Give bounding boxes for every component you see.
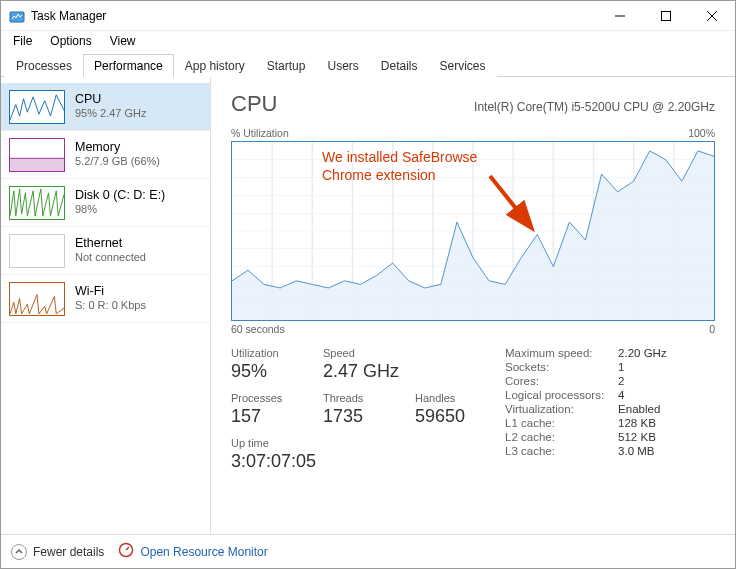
sidebar: CPU 95% 2.47 GHz Memory 5.2/7.9 GB (66%)… [1,77,211,534]
open-resource-monitor-link[interactable]: Open Resource Monitor [118,542,267,561]
stat-right-value: 4 [618,389,667,401]
sidebar-item-name: Memory [75,140,160,156]
tab-details[interactable]: Details [370,54,429,77]
stat-handles: Handles 59650 [415,392,485,427]
sidebar-thumb [9,90,65,124]
sidebar-item-eth[interactable]: Ethernet Not connected [1,227,210,275]
stat-right-value: Enabled [618,403,667,415]
sidebar-text: Disk 0 (C: D: E:) 98% [75,188,165,217]
stat-right-label: Logical processors: [505,389,604,401]
stat-right-value: 128 KB [618,417,667,429]
tab-services[interactable]: Services [429,54,497,77]
sidebar-item-wifi[interactable]: Wi-Fi S: 0 R: 0 Kbps [1,275,210,323]
sidebar-thumb [9,234,65,268]
stats: Utilization 95% Speed 2.47 GHz Processes… [231,347,715,472]
stat-utilization-value: 95% [231,361,301,382]
stat-right-label: Cores: [505,375,604,387]
stat-speed-value: 2.47 GHz [323,361,399,382]
chart-label-60s: 60 seconds [231,323,285,335]
tab-app-history[interactable]: App history [174,54,256,77]
cpu-chart[interactable]: We installed SafeBrowse Chrome extension [231,141,715,321]
stat-right-value: 3.0 MB [618,445,667,457]
sidebar-text: Ethernet Not connected [75,236,146,265]
cpu-model: Intel(R) Core(TM) i5-5200U CPU @ 2.20GHz [474,100,715,114]
stats-left: Utilization 95% Speed 2.47 GHz Processes… [231,347,485,472]
tab-processes[interactable]: Processes [5,54,83,77]
menu-view[interactable]: View [102,32,144,50]
chart-plot [232,142,714,320]
maximize-button[interactable] [643,1,689,31]
sidebar-item-cpu[interactable]: CPU 95% 2.47 GHz [1,83,210,131]
stat-threads-value: 1735 [323,406,393,427]
sidebar-item-name: Disk 0 (C: D: E:) [75,188,165,204]
sidebar-text: Wi-Fi S: 0 R: 0 Kbps [75,284,146,313]
stat-threads: Threads 1735 [323,392,393,427]
stat-uptime-label: Up time [231,437,351,449]
fewer-details-label: Fewer details [33,545,104,559]
sidebar-item-sub: 95% 2.47 GHz [75,107,147,121]
chart-label-utilization: % Utilization [231,127,289,139]
stat-right-label: Maximum speed: [505,347,604,359]
body: CPU 95% 2.47 GHz Memory 5.2/7.9 GB (66%)… [1,77,735,534]
chart-bottom-labels: 60 seconds 0 [231,323,715,335]
page-title: CPU [231,91,277,117]
stat-handles-value: 59650 [415,406,485,427]
menu-bar: File Options View [1,31,735,51]
title-bar[interactable]: Task Manager [1,1,735,31]
sidebar-thumb [9,138,65,172]
stat-speed-label: Speed [323,347,399,359]
tab-bar: Processes Performance App history Startu… [1,51,735,77]
stat-processes: Processes 157 [231,392,301,427]
stat-utilization: Utilization 95% [231,347,301,382]
stat-threads-label: Threads [323,392,393,404]
sidebar-text: Memory 5.2/7.9 GB (66%) [75,140,160,169]
sidebar-item-name: Ethernet [75,236,146,252]
stat-right-value: 2.20 GHz [618,347,667,359]
sidebar-item-memory[interactable]: Memory 5.2/7.9 GB (66%) [1,131,210,179]
sidebar-item-disk[interactable]: Disk 0 (C: D: E:) 98% [1,179,210,227]
stats-right: Maximum speed:2.20 GHzSockets:1Cores:2Lo… [505,347,667,472]
stat-right-label: L3 cache: [505,445,604,457]
sidebar-item-sub: S: 0 R: 0 Kbps [75,299,146,313]
stat-right-label: Sockets: [505,361,604,373]
sidebar-item-sub: Not connected [75,251,146,265]
minimize-button[interactable] [597,1,643,31]
fewer-details-button[interactable]: Fewer details [11,544,104,560]
tab-performance[interactable]: Performance [83,54,174,77]
stat-processes-label: Processes [231,392,301,404]
stat-handles-label: Handles [415,392,485,404]
main-panel: CPU Intel(R) Core(TM) i5-5200U CPU @ 2.2… [211,77,735,534]
stat-right-label: Virtualization: [505,403,604,415]
sidebar-item-sub: 5.2/7.9 GB (66%) [75,155,160,169]
sidebar-item-name: CPU [75,92,147,108]
svg-rect-2 [662,11,671,20]
stat-utilization-label: Utilization [231,347,301,359]
svg-line-29 [126,547,129,550]
window-title: Task Manager [31,9,106,23]
tab-startup[interactable]: Startup [256,54,317,77]
stat-speed: Speed 2.47 GHz [323,347,399,382]
svg-rect-5 [10,158,64,171]
main-header: CPU Intel(R) Core(TM) i5-5200U CPU @ 2.2… [231,91,715,117]
sidebar-thumb [9,186,65,220]
stat-processes-value: 157 [231,406,301,427]
menu-options[interactable]: Options [42,32,99,50]
stat-uptime: Up time 3:07:07:05 [231,437,351,472]
chevron-up-icon [11,544,27,560]
sidebar-thumb [9,282,65,316]
open-resource-monitor-label: Open Resource Monitor [140,545,267,559]
chart-label-0: 0 [709,323,715,335]
stat-right-value: 1 [618,361,667,373]
close-button[interactable] [689,1,735,31]
menu-file[interactable]: File [5,32,40,50]
footer: Fewer details Open Resource Monitor [1,534,735,568]
stat-uptime-value: 3:07:07:05 [231,451,351,472]
tab-users[interactable]: Users [316,54,369,77]
chart-top-labels: % Utilization 100% [231,127,715,139]
app-icon [9,8,25,24]
resource-monitor-icon [118,542,134,561]
stat-right-label: L2 cache: [505,431,604,443]
chart-label-100: 100% [688,127,715,139]
sidebar-item-sub: 98% [75,203,165,217]
sidebar-text: CPU 95% 2.47 GHz [75,92,147,121]
